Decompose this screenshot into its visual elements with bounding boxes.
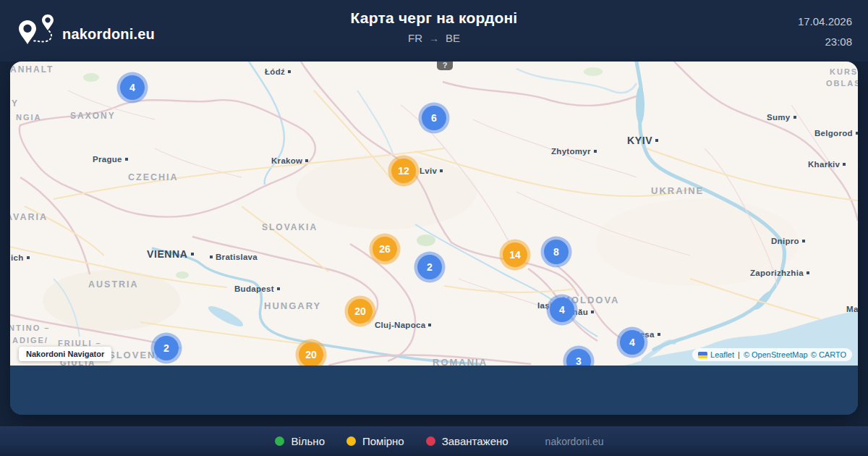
country-label: NTINO – (10, 324, 50, 332)
legend-dot-icon (275, 436, 284, 446)
card-footer-panel (10, 366, 858, 415)
city-label: Łódź (265, 67, 291, 76)
city-label: Prague (93, 155, 128, 164)
legend-label: Завантажено (442, 435, 509, 447)
country-label: SAXONY (70, 111, 116, 121)
title-block: Карта черг на кордоні FR → BE (351, 0, 518, 62)
carto-link[interactable]: © CARTO (811, 350, 846, 359)
country-label: OBLAST (826, 79, 858, 88)
country-label: ADIGE/ (12, 336, 48, 345)
queue-marker[interactable]: 4 (550, 297, 574, 322)
country-label: HUNGARY (264, 300, 321, 311)
datetime-block: 17.04.2026 23:08 (798, 12, 852, 52)
queue-marker[interactable]: 2 (154, 336, 179, 360)
queue-marker[interactable]: 20 (348, 299, 373, 324)
country-label: CZECHIA (128, 172, 179, 182)
leaflet-link[interactable]: Leaflet (710, 350, 734, 359)
country-label: ROMANIA (433, 357, 488, 366)
country-label: AVARIA (10, 212, 48, 222)
legend-item: Вільно (275, 435, 325, 447)
queue-marker[interactable]: 6 (422, 106, 446, 130)
app-header: nakordoni.eu Карта черг на кордоні FR → … (0, 0, 868, 62)
country-label: ANHALT (10, 64, 54, 75)
country-label: KURSK (830, 67, 858, 76)
attribution-separator: | (738, 350, 740, 359)
page-title: Карта черг на кордоні (351, 9, 518, 27)
city-label: VIENNA (147, 248, 194, 260)
city-label: Lviv (420, 166, 443, 175)
city-label: KYIV (627, 135, 658, 146)
route-to: BE (446, 32, 460, 44)
city-label: Sumy (767, 113, 796, 122)
brand-logo-icon (18, 14, 56, 47)
queue-marker[interactable]: 26 (373, 237, 397, 261)
city-label: Zhytomyr (551, 147, 597, 156)
legend-bar: ВільноПомірноЗавантажено nakordoni.eu (0, 426, 868, 456)
page: nakordoni.eu Карта черг на кордоні FR → … (0, 0, 868, 456)
osm-link[interactable]: © OpenStreetMap (744, 350, 808, 359)
queue-marker[interactable]: 8 (544, 240, 569, 264)
city-label: Kharkiv (808, 160, 846, 169)
city-label: Dnipro (771, 237, 805, 245)
map-control-partial[interactable]: ? (437, 62, 453, 70)
footer-brand: nakordoni.eu (545, 436, 604, 447)
country-label: SLOVAKIA (262, 222, 318, 232)
legend-items: ВільноПомірноЗавантажено (264, 435, 519, 447)
header-time: 23:08 (798, 32, 852, 52)
city-label: Cluj-Napoca (375, 321, 431, 329)
map-card: ANHALTYNGIASAXONYCZECHIAAVARIAAUSTRIASLO… (10, 62, 858, 415)
route-arrow-icon: → (429, 33, 439, 44)
queue-marker[interactable]: 4 (120, 75, 145, 100)
queue-marker[interactable]: 20 (299, 342, 323, 366)
queue-marker[interactable]: 14 (503, 242, 527, 267)
queue-marker[interactable]: 2 (417, 255, 442, 279)
route-indicator: FR → BE (351, 32, 518, 44)
header-date: 17.04.2026 (798, 12, 852, 32)
map-canvas[interactable]: ANHALTYNGIASAXONYCZECHIAAVARIAAUSTRIASLO… (10, 62, 858, 366)
brand-name: nakordoni.eu (62, 26, 155, 43)
city-label: Bratislava (210, 253, 258, 261)
legend-dot-icon (346, 436, 356, 446)
queue-marker[interactable]: 4 (620, 330, 644, 355)
country-label: UKRAINE (651, 185, 704, 196)
map-attribution: Leaflet | © OpenStreetMap © CARTO (692, 348, 852, 361)
city-label: Budapest (234, 284, 280, 293)
country-label: Y (12, 98, 19, 109)
city-label: Ma (846, 305, 858, 313)
city-label: Krakow (271, 156, 308, 165)
country-label: AUSTRIA (88, 279, 139, 290)
city-label: ich (11, 253, 30, 262)
legend-item: Помірно (346, 435, 404, 447)
country-label: NGIA (16, 113, 42, 122)
city-label: Zaporizhzhia (750, 269, 809, 277)
legend-label: Помірно (362, 435, 404, 447)
navigator-badge: Nakordoni Navigator (19, 347, 111, 361)
legend-dot-icon (426, 436, 435, 446)
legend-item: Завантажено (426, 435, 509, 447)
legend-label: Вільно (291, 435, 325, 447)
queue-marker[interactable]: 12 (391, 159, 416, 183)
ukraine-flag-icon (698, 352, 707, 358)
city-label: Belgorod (814, 129, 858, 138)
route-from: FR (408, 32, 422, 44)
brand[interactable]: nakordoni.eu (18, 14, 155, 47)
